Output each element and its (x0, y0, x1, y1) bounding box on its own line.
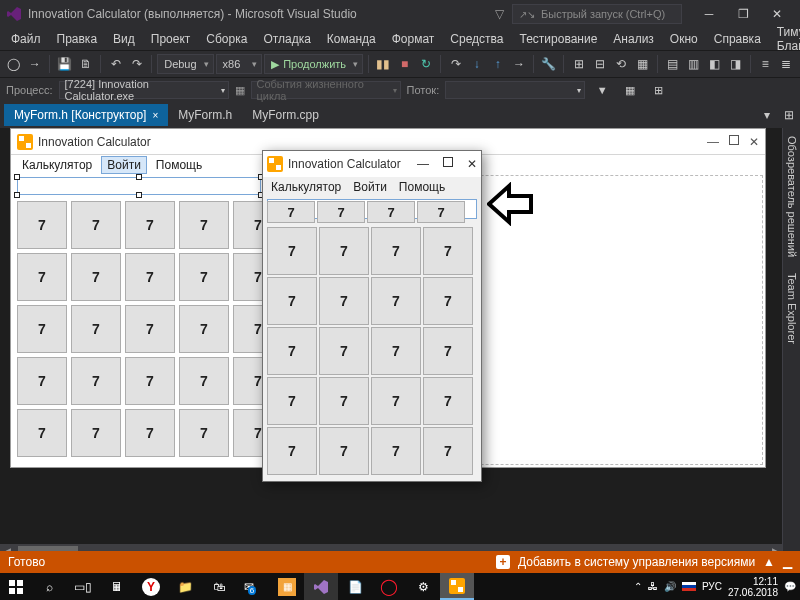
align-a[interactable]: ◧ (705, 53, 724, 75)
calc-button[interactable]: 7 (17, 409, 67, 457)
calc-button[interactable]: 7 (367, 201, 415, 223)
menu-test[interactable]: Тестирование (513, 29, 605, 49)
sidetab-solution-explorer[interactable]: Обозреватель решений (784, 128, 800, 265)
quick-launch-input[interactable]: ↗↘ Быстрый запуск (Ctrl+Q) (512, 4, 682, 24)
thread-c[interactable]: ⊞ (647, 79, 669, 101)
close-button[interactable]: ✕ (760, 4, 794, 24)
calc-button[interactable]: 7 (423, 227, 473, 275)
redo-button[interactable]: ↷ (127, 53, 146, 75)
calc-button[interactable]: 7 (179, 409, 229, 457)
calc-button[interactable]: 7 (319, 227, 369, 275)
calc-button[interactable]: 7 (417, 201, 465, 223)
calc-button[interactable]: 7 (267, 201, 315, 223)
calc-button[interactable]: 7 (179, 357, 229, 405)
config-combo[interactable]: Debug (157, 54, 213, 74)
form-menu-calc[interactable]: Калькулятор (17, 157, 97, 173)
tool-c[interactable]: ⟲ (612, 53, 631, 75)
popup-min-button[interactable]: — (417, 157, 429, 171)
thread-a[interactable]: ▼ (591, 79, 613, 101)
calc-button[interactable]: 7 (423, 277, 473, 325)
running-app-window[interactable]: Innovation Calculator — ✕ Калькулятор Во… (262, 150, 482, 482)
form-menu-login[interactable]: Войти (101, 156, 147, 174)
popup-close-button[interactable]: ✕ (467, 157, 477, 171)
save-button[interactable]: 💾 (55, 53, 74, 75)
stop-button[interactable]: ■ (395, 53, 414, 75)
user-name[interactable]: Тимур Бламыков (770, 22, 800, 56)
task-settings-icon[interactable]: ⚙ (406, 573, 440, 600)
task-explorer-icon[interactable]: 📁 (168, 573, 202, 600)
tool-a[interactable]: ⊞ (569, 53, 588, 75)
calc-button[interactable]: 7 (267, 227, 317, 275)
calc-button[interactable]: 7 (125, 201, 175, 249)
solution-expl-icon[interactable]: ⊞ (778, 104, 800, 126)
tool-b[interactable]: ⊟ (590, 53, 609, 75)
align-b[interactable]: ◨ (726, 53, 745, 75)
calc-button[interactable]: 7 (319, 277, 369, 325)
tab-myform-designer[interactable]: MyForm.h [Конструктор]× (4, 104, 168, 126)
calc-button[interactable]: 7 (371, 427, 421, 475)
undo-button[interactable]: ↶ (106, 53, 125, 75)
popup-max-button[interactable] (443, 157, 453, 167)
calc-button[interactable]: 7 (371, 227, 421, 275)
calc-button[interactable]: 7 (179, 305, 229, 353)
tray-net-icon[interactable]: 🖧 (648, 581, 658, 592)
calc-button[interactable]: 7 (17, 201, 67, 249)
menu-team[interactable]: Команда (320, 29, 383, 49)
calc-button[interactable]: 7 (319, 377, 369, 425)
menu-build[interactable]: Сборка (199, 29, 254, 49)
step-button[interactable]: → (509, 53, 528, 75)
calc-button[interactable]: 7 (319, 427, 369, 475)
calc-button[interactable]: 7 (423, 327, 473, 375)
calc-button[interactable]: 7 (125, 357, 175, 405)
notify-icon[interactable]: ▽ (495, 7, 504, 21)
thread-b[interactable]: ▦ (619, 79, 641, 101)
task-vs-icon[interactable] (304, 573, 338, 600)
calc-button[interactable]: 7 (423, 377, 473, 425)
menu-debug[interactable]: Отладка (256, 29, 317, 49)
align-top[interactable]: ▥ (684, 53, 703, 75)
menu-edit[interactable]: Правка (50, 29, 105, 49)
popup-menu-calc[interactable]: Калькулятор (271, 180, 341, 194)
step-out-button[interactable]: ↑ (488, 53, 507, 75)
align-d[interactable]: ≣ (777, 53, 796, 75)
calc-button[interactable]: 7 (423, 427, 473, 475)
calc-button[interactable]: 7 (71, 357, 121, 405)
task-app1-icon[interactable]: ▦ (270, 573, 304, 600)
align-left[interactable]: ▤ (663, 53, 682, 75)
platform-combo[interactable]: x86 (216, 54, 263, 74)
continue-button[interactable]: ▶ Продолжить (264, 54, 363, 74)
save-all-button[interactable]: 🗎 (76, 53, 95, 75)
task-mail-icon[interactable]: ✉6 (236, 573, 270, 600)
lifecycle-icon[interactable]: ▦ (235, 84, 245, 97)
tray-action-center-icon[interactable]: 💬 (784, 581, 796, 592)
task-opera-icon[interactable]: ◯ (372, 573, 406, 600)
thread-combo[interactable] (445, 81, 585, 99)
lifecycle-combo[interactable]: События жизненного цикла (251, 81, 401, 99)
menu-format[interactable]: Формат (385, 29, 442, 49)
task-running-app-icon[interactable] (440, 573, 474, 600)
calc-button[interactable]: 7 (317, 201, 365, 223)
restore-button[interactable]: ❐ (726, 4, 760, 24)
task-yandex-icon[interactable]: Y (134, 573, 168, 600)
menu-help[interactable]: Справка (707, 29, 768, 49)
menu-project[interactable]: Проект (144, 29, 198, 49)
calc-button[interactable]: 7 (267, 427, 317, 475)
calc-button[interactable]: 7 (267, 277, 317, 325)
restart-button[interactable]: ↻ (416, 53, 435, 75)
tab-myform-h[interactable]: MyForm.h (168, 104, 242, 126)
calc-button[interactable]: 7 (371, 377, 421, 425)
popup-menu-login[interactable]: Войти (353, 180, 387, 194)
calc-button[interactable]: 7 (17, 357, 67, 405)
toolbox-button[interactable]: 🔧 (539, 53, 558, 75)
calc-button[interactable]: 7 (71, 253, 121, 301)
tray-lang-flag-icon[interactable] (682, 582, 696, 591)
tool-d[interactable]: ▦ (633, 53, 652, 75)
tab-close-icon[interactable]: × (152, 110, 158, 121)
status-up-icon[interactable]: ▲ (763, 555, 775, 569)
calc-button[interactable]: 7 (125, 409, 175, 457)
minimize-button[interactable]: ─ (692, 4, 726, 24)
menu-window[interactable]: Окно (663, 29, 705, 49)
calc-button[interactable]: 7 (267, 327, 317, 375)
task-search-icon[interactable]: ⌕ (32, 573, 66, 600)
tab-myform-cpp[interactable]: MyForm.cpp (242, 104, 329, 126)
